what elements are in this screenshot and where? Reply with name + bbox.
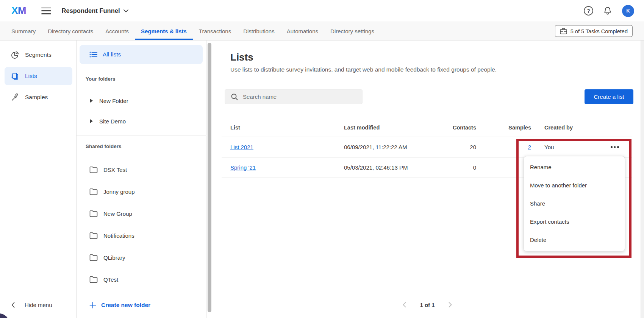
hide-menu-label: Hide menu [25,302,52,308]
list-link[interactable]: Spring '21 [230,164,256,171]
sidebar-item-segments[interactable]: Segments [5,46,72,64]
user-avatar[interactable]: K [622,5,634,17]
directory-tab-bar: Summary Directory contacts Accounts Segm… [0,22,644,41]
row-actions-menu-icon[interactable] [608,144,621,150]
topbar-actions: ? K [584,5,644,17]
col-header-list[interactable]: List [222,125,344,131]
shared-folder-jonny-group[interactable]: Jonny group [77,181,206,203]
last-modified-value: 06/09/2021, 11:22:22 AM [344,144,446,150]
search-icon [231,93,238,101]
list-link[interactable]: List 2021 [230,144,253,150]
tab-automations[interactable]: Automations [281,22,324,40]
folder-icon [89,276,98,283]
hide-menu-button[interactable]: Hide menu [11,302,52,308]
all-lists-label: All lists [103,51,121,58]
folder-label: QLibrary [103,254,125,261]
hamburger-menu-icon[interactable] [41,8,51,14]
left-sidebar: Segments Lists Samples Hide menu [0,41,77,318]
tab-distributions[interactable]: Distributions [237,22,281,40]
folders-panel-scrollbar[interactable] [208,43,211,312]
workspace-name: Respondent Funnel [62,7,120,14]
briefcase-icon [560,28,567,34]
folder-icon [89,232,98,239]
folder-label: QTest [103,276,118,283]
plus-icon [89,302,96,309]
row-context-menu: Rename Move to another folder Share Expo… [524,156,625,251]
sidebar-item-samples[interactable]: Samples [5,88,72,106]
col-header-contacts[interactable]: Contacts [446,125,476,131]
menu-item-delete[interactable]: Delete [524,231,625,249]
tab-directory-contacts[interactable]: Directory contacts [42,22,99,40]
notifications-bell-icon[interactable] [603,6,612,16]
next-page-button[interactable] [449,302,452,307]
samples-dropper-icon [11,93,19,102]
contacts-value: 0 [446,164,476,171]
shared-folder-qtest[interactable]: QTest [77,268,206,290]
search-box [225,89,363,104]
col-header-samples[interactable]: Samples [476,125,531,131]
folder-icon [89,210,98,217]
folder-label: Notifications [103,232,134,239]
all-lists-icon [89,51,97,58]
menu-item-share[interactable]: Share [524,194,625,212]
shared-folder-qlibrary[interactable]: QLibrary [77,246,206,268]
your-folders-label: Your folders [86,76,116,82]
last-modified-value: 05/03/2021, 02:46:13 PM [344,164,446,171]
sidebar-item-lists[interactable]: Lists [5,67,72,85]
folders-panel: All lists Your folders New Folder Site D… [77,41,206,318]
sidebar-item-label: Lists [25,73,37,80]
shared-folder-notifications[interactable]: Notifications [77,224,206,246]
top-bar: XM Respondent Funnel ? K [0,0,644,22]
help-icon[interactable]: ? [584,6,593,16]
tab-summary[interactable]: Summary [5,22,42,40]
folder-icon [89,254,98,261]
caret-right-icon[interactable] [90,99,93,103]
search-input[interactable] [243,94,356,100]
folder-label: Site Demo [99,118,126,125]
tasks-completed-label: 5 of 5 Tasks Completed [571,28,628,34]
chevron-down-icon [123,9,128,12]
table-row-list-2021: List 2021 06/09/2021, 11:22:22 AM 20 2 Y… [222,137,632,157]
tasks-completed-badge[interactable]: 5 of 5 Tasks Completed [555,25,633,37]
samples-link[interactable]: 2 [528,144,531,150]
folder-icon [89,166,98,173]
shared-folders-label: Shared folders [86,143,122,149]
page-title: Lists [230,51,253,63]
segments-pie-icon [11,51,19,59]
caret-right-icon[interactable] [90,119,93,123]
tab-directory-settings[interactable]: Directory settings [324,22,380,40]
folder-site-demo[interactable]: Site Demo [77,111,206,131]
folder-label: New Folder [99,98,128,104]
page-scrollbar-track[interactable] [641,41,644,318]
create-folder-label: Create new folder [101,302,150,309]
menu-item-move-to-folder[interactable]: Move to another folder [524,176,625,194]
tab-segments-lists[interactable]: Segments & lists [135,22,193,40]
feedback-widget-corner[interactable] [0,313,9,318]
create-new-folder-button[interactable]: Create new folder [77,296,206,314]
chevron-left-icon [403,302,406,307]
col-header-created-by[interactable]: Created by [531,125,598,131]
folder-new-folder[interactable]: New Folder [77,90,206,111]
pagination: 1 of 1 [214,296,641,313]
menu-item-export-contacts[interactable]: Export contacts [524,212,625,231]
created-by-value: You [531,144,598,150]
previous-page-button[interactable] [403,302,406,307]
page-description: Use lists to distribute survey invitatio… [230,65,497,74]
tab-transactions[interactable]: Transactions [193,22,237,40]
chevron-right-icon [449,302,452,307]
all-lists-item[interactable]: All lists [80,45,203,64]
folder-icon [89,188,98,195]
folder-label: New Group [103,210,132,217]
sidebar-item-label: Segments [25,51,52,58]
folder-label: DSX Test [103,167,127,173]
page-indicator: 1 of 1 [420,302,435,308]
create-list-button[interactable]: Create a list [585,89,633,104]
menu-item-rename[interactable]: Rename [524,158,625,176]
shared-folder-new-group[interactable]: New Group [77,203,206,224]
shared-folder-dsx-test[interactable]: DSX Test [77,159,206,181]
xm-logo: XM [11,5,26,17]
sidebar-item-label: Samples [25,94,48,101]
workspace-switcher[interactable]: Respondent Funnel [62,7,128,14]
col-header-last-modified[interactable]: Last modified [344,125,446,131]
tab-accounts[interactable]: Accounts [99,22,135,40]
